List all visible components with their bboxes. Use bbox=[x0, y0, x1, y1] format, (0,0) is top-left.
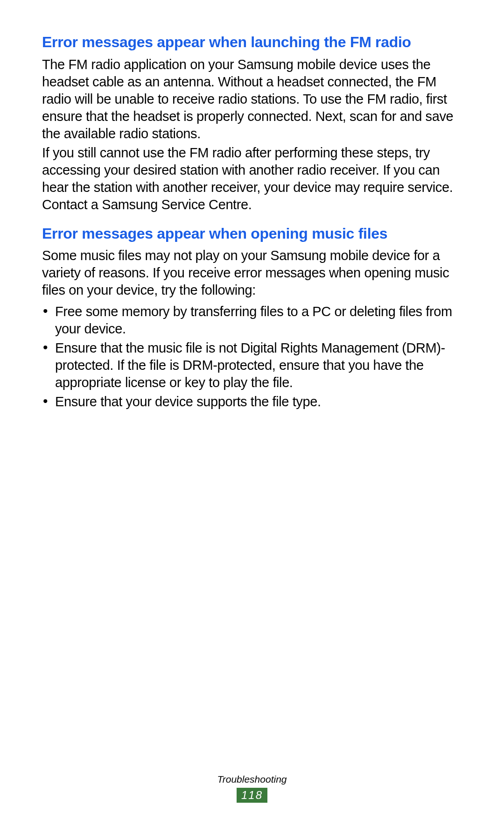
list-item: Free some memory by transferring files t… bbox=[42, 303, 462, 338]
page-footer: Troubleshooting 118 bbox=[0, 774, 504, 803]
page-content: Error messages appear when launching the… bbox=[42, 33, 462, 410]
page-number: 118 bbox=[237, 788, 267, 803]
body-paragraph: Some music files may not play on your Sa… bbox=[42, 247, 462, 299]
bullet-list: Free some memory by transferring files t… bbox=[42, 303, 462, 411]
body-paragraph: If you still cannot use the FM radio aft… bbox=[42, 144, 462, 213]
section-heading-music-files: Error messages appear when opening music… bbox=[42, 224, 462, 244]
list-item: Ensure that the music file is not Digita… bbox=[42, 339, 462, 391]
footer-section-label: Troubleshooting bbox=[0, 774, 504, 785]
section-heading-fm-radio: Error messages appear when launching the… bbox=[42, 33, 462, 52]
body-paragraph: The FM radio application on your Samsung… bbox=[42, 56, 462, 143]
list-item: Ensure that your device supports the fil… bbox=[42, 393, 462, 410]
